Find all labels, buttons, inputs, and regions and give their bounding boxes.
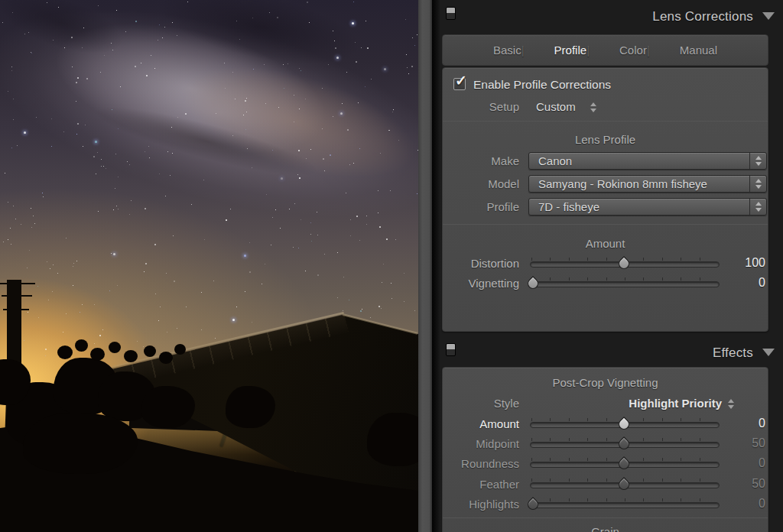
model-field-row: Model Samyang - Rokinon 8mm fisheye [443, 175, 768, 193]
slider-ticks [531, 498, 718, 501]
style-value[interactable]: Highlight Priority [629, 397, 722, 410]
model-value: Samyang - Rokinon 8mm fisheye [538, 177, 707, 190]
make-label: Make [443, 154, 519, 167]
style-label: Style [443, 397, 519, 410]
roundness-label: Roundness [443, 457, 519, 470]
model-label: Model [443, 177, 519, 190]
dropdown-spinner-icon[interactable] [749, 153, 766, 169]
checkmark-icon: ✓ [455, 72, 467, 89]
vignetting-slider[interactable] [530, 277, 720, 288]
pcv-amount-slider[interactable] [530, 418, 720, 429]
enable-profile-corrections-row[interactable]: ✓ Enable Profile Corrections [443, 78, 768, 93]
enable-profile-corrections-label: Enable Profile Corrections [473, 78, 611, 92]
bush-silhouette [23, 413, 138, 474]
distortion-value[interactable]: 100 [720, 256, 765, 270]
slider-track [530, 281, 720, 287]
divider [443, 224, 768, 225]
distortion-slider-row: Distortion 100 [443, 256, 768, 270]
collapse-triangle-icon[interactable] [762, 349, 775, 356]
setup-row: Setup Custom [443, 100, 768, 114]
workspace-gutter [418, 0, 432, 532]
bush-silhouette [141, 386, 195, 428]
panel-enable-switch-icon[interactable] [446, 7, 456, 20]
profile-dropdown[interactable]: 7D - fisheye [528, 198, 767, 216]
highlights-value[interactable]: 0 [720, 497, 765, 511]
cactus-paddle [174, 344, 186, 355]
photo-preview[interactable] [0, 0, 418, 532]
bush-silhouette [367, 413, 418, 466]
enable-profile-corrections-checkbox[interactable]: ✓ [453, 78, 466, 90]
develop-right-panel: Lens Corrections Basic Profile Color Man… [432, 0, 783, 532]
feather-label: Feather [443, 478, 519, 491]
slider-track [530, 502, 720, 508]
lens-corrections-content: ✓ Enable Profile Corrections Setup Custo… [442, 67, 768, 332]
make-value: Canon [538, 154, 572, 167]
setup-value[interactable]: Custom [536, 100, 576, 113]
model-dropdown[interactable]: Samyang - Rokinon 8mm fisheye [528, 175, 767, 193]
panel-title: Effects [713, 345, 753, 361]
effects-content: Post-Crop Vignetting Style Highlight Pri… [442, 367, 768, 532]
dropdown-spinner-icon[interactable] [749, 176, 766, 192]
make-dropdown[interactable]: Canon [528, 152, 767, 170]
panel-title: Lens Corrections [652, 9, 753, 24]
tab-manual[interactable]: Manual [657, 44, 727, 57]
midpoint-value[interactable]: 50 [720, 436, 765, 450]
cactus-paddle [109, 342, 121, 353]
style-row: Style Highlight Priority [443, 397, 768, 410]
pcv-amount-label: Amount [443, 417, 519, 430]
feather-slider-row: Feather 50 [443, 477, 768, 491]
post-crop-vignetting-heading: Post-Crop Vignetting [443, 376, 768, 389]
divider [443, 121, 768, 122]
lens-corrections-header[interactable]: Lens Corrections [432, 0, 783, 31]
slider-ticks [531, 277, 718, 281]
roundness-slider[interactable] [530, 458, 720, 469]
setup-label: Setup [443, 100, 519, 113]
profile-value: 7D - fisheye [538, 200, 599, 213]
midpoint-label: Midpoint [443, 437, 519, 450]
style-spinner-icon[interactable] [727, 398, 735, 410]
lens-profile-heading: Lens Profile [443, 133, 768, 146]
divider [443, 517, 768, 518]
cactus-paddle [144, 345, 156, 357]
panel-enable-switch-icon[interactable] [446, 343, 456, 356]
lens-corrections-tabbar: Basic Profile Color Manual [442, 34, 768, 66]
vignetting-label: Vignetting [443, 277, 519, 290]
highlights-label: Highlights [443, 498, 519, 511]
roundness-slider-row: Roundness 0 [443, 456, 768, 470]
distortion-slider[interactable] [530, 258, 720, 268]
midpoint-slider[interactable] [530, 438, 720, 449]
highlights-slider[interactable] [530, 498, 720, 509]
profile-field-row: Profile 7D - fisheye [443, 198, 768, 216]
pcv-amount-slider-row: Amount 0 [443, 417, 768, 430]
midpoint-slider-row: Midpoint 50 [443, 436, 768, 450]
vignetting-slider-row: Vignetting 0 [443, 276, 768, 290]
effects-header[interactable]: Effects [432, 336, 783, 367]
make-field-row: Make Canon [443, 152, 768, 170]
pcv-amount-value[interactable]: 0 [720, 417, 765, 430]
highlights-slider-row: Highlights 0 [443, 497, 768, 511]
amount-heading: Amount [443, 237, 768, 250]
roundness-value[interactable]: 0 [720, 456, 765, 470]
cactus-paddle [57, 345, 73, 359]
profile-label: Profile [443, 200, 519, 213]
distortion-label: Distortion [443, 257, 519, 270]
vignetting-value[interactable]: 0 [720, 276, 765, 290]
cactus-paddle [159, 352, 173, 364]
grain-heading: Grain [443, 525, 768, 532]
cactus-paddle [124, 350, 138, 362]
feather-slider[interactable] [530, 478, 720, 489]
feather-value[interactable]: 50 [720, 477, 765, 491]
setup-spinner-icon[interactable] [590, 102, 597, 113]
lightroom-develop-view: Lens Corrections Basic Profile Color Man… [0, 0, 783, 532]
dropdown-spinner-icon[interactable] [749, 199, 766, 215]
cactus-paddle [90, 348, 105, 361]
cactus-paddle [75, 339, 88, 352]
collapse-triangle-icon[interactable] [762, 12, 775, 20]
bush-silhouette [226, 386, 275, 428]
